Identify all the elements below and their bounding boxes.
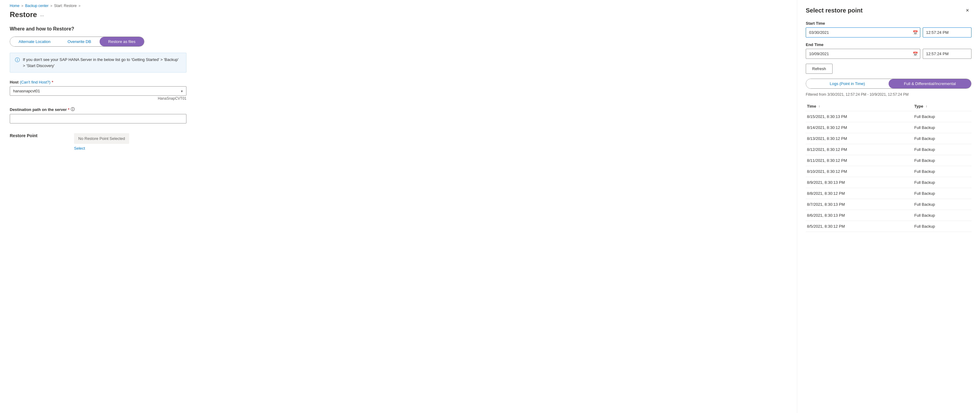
start-time-row: 📅 bbox=[806, 27, 972, 37]
breadcrumb-sep-3: > bbox=[79, 4, 80, 8]
info-icon: ⓘ bbox=[15, 57, 20, 64]
destination-required-star: * bbox=[68, 107, 70, 112]
cell-type: Full Backup bbox=[913, 188, 972, 199]
destination-label: Destination path on the server * ⓘ bbox=[10, 107, 186, 112]
cell-time: 8/8/2021, 8:30:12 PM bbox=[806, 188, 913, 199]
start-date-wrapper: 📅 bbox=[806, 27, 920, 37]
host-select[interactable]: hanasnapcvt01 bbox=[10, 86, 186, 96]
cell-type: Full Backup bbox=[913, 166, 972, 177]
table-row[interactable]: 8/11/2021, 8:30:12 PMFull Backup bbox=[806, 155, 972, 166]
th-type[interactable]: Type ↕ bbox=[913, 102, 972, 111]
cell-time: 8/10/2021, 8:30:12 PM bbox=[806, 166, 913, 177]
table-row[interactable]: 8/8/2021, 8:30:12 PMFull Backup bbox=[806, 188, 972, 199]
cell-time: 8/12/2021, 8:30:12 PM bbox=[806, 144, 913, 155]
end-time-row: 📅 bbox=[806, 49, 972, 59]
end-time-label: End Time bbox=[806, 42, 972, 47]
host-label: Host (Can't find Host?) * bbox=[10, 80, 186, 85]
start-time-label: Start Time bbox=[806, 21, 972, 26]
cell-type: Full Backup bbox=[913, 111, 972, 122]
breadcrumb-home[interactable]: Home bbox=[10, 4, 19, 8]
log-type-toggle: Logs (Point in Time) Full & Differential… bbox=[806, 79, 972, 89]
breadcrumb-sep-1: > bbox=[21, 4, 23, 8]
info-box: ⓘ If you don't see your SAP HANA Server … bbox=[10, 53, 186, 73]
cell-time: 8/5/2021, 8:30:12 PM bbox=[806, 221, 913, 232]
cell-type: Full Backup bbox=[913, 122, 972, 133]
select-restore-point-link[interactable]: Select bbox=[74, 146, 85, 151]
breadcrumb: Home > Backup center > Start: Restore > bbox=[10, 0, 787, 10]
host-hint: HanaSnapCVT01 bbox=[10, 96, 186, 100]
host-field-group: Host (Can't find Host?) * hanasnapcvt01 … bbox=[10, 80, 186, 100]
start-date-input[interactable] bbox=[806, 27, 920, 37]
end-date-input[interactable] bbox=[806, 49, 920, 59]
tab-overwrite-db[interactable]: Overwrite DB bbox=[59, 37, 100, 46]
tab-alternate-location[interactable]: Alternate Location bbox=[10, 37, 59, 46]
table-row[interactable]: 8/10/2021, 8:30:12 PMFull Backup bbox=[806, 166, 972, 177]
restore-point-section: Restore Point No Restore Point Selected … bbox=[10, 133, 186, 151]
right-panel: Select restore point × Start Time 📅 End … bbox=[797, 0, 980, 413]
filter-text: Filtered from 3/30/2021, 12:57:24 PM - 1… bbox=[806, 92, 972, 97]
destination-input[interactable] bbox=[10, 114, 186, 123]
cell-type: Full Backup bbox=[913, 177, 972, 188]
cell-time: 8/15/2021, 8:30:13 PM bbox=[806, 111, 913, 122]
cell-type: Full Backup bbox=[913, 199, 972, 210]
type-sort-icon: ↕ bbox=[926, 105, 927, 108]
breadcrumb-backup-center[interactable]: Backup center bbox=[25, 4, 48, 8]
cell-time: 8/13/2021, 8:30:12 PM bbox=[806, 133, 913, 144]
breadcrumb-start-restore: Start: Restore bbox=[54, 4, 77, 8]
cell-time: 8/7/2021, 8:30:13 PM bbox=[806, 199, 913, 210]
restore-point-label: Restore Point bbox=[10, 133, 37, 138]
end-time-input[interactable] bbox=[923, 49, 972, 59]
table-row[interactable]: 8/9/2021, 8:30:13 PMFull Backup bbox=[806, 177, 972, 188]
section-title: Where and how to Restore? bbox=[10, 26, 787, 32]
right-panel-header: Select restore point × bbox=[806, 6, 972, 15]
host-select-wrapper: hanasnapcvt01 ▼ bbox=[10, 86, 186, 96]
page-title-row: Restore ... bbox=[10, 10, 787, 19]
destination-field-group: Destination path on the server * ⓘ bbox=[10, 107, 186, 123]
cell-type: Full Backup bbox=[913, 144, 972, 155]
page-title: Restore bbox=[10, 10, 37, 19]
table-row[interactable]: 8/13/2021, 8:30:12 PMFull Backup bbox=[806, 133, 972, 144]
cant-find-host-link[interactable]: (Can't find Host?) bbox=[20, 80, 51, 85]
start-time-input[interactable] bbox=[923, 27, 972, 37]
restore-type-tabs: Alternate Location Overwrite DB Restore … bbox=[10, 37, 145, 47]
breadcrumb-sep-2: > bbox=[50, 4, 52, 8]
table-row[interactable]: 8/14/2021, 8:30:12 PMFull Backup bbox=[806, 122, 972, 133]
table-row[interactable]: 8/5/2021, 8:30:12 PMFull Backup bbox=[806, 221, 972, 232]
refresh-button[interactable]: Refresh bbox=[806, 64, 832, 74]
restore-points-table: Time ↕ Type ↕ 8/15/2021, 8:30:13 PMFull … bbox=[806, 102, 972, 232]
start-time-section: Start Time 📅 bbox=[806, 21, 972, 37]
cell-time: 8/9/2021, 8:30:13 PM bbox=[806, 177, 913, 188]
table-header-row: Time ↕ Type ↕ bbox=[806, 102, 972, 111]
info-text: If you don't see your SAP HANA Server in… bbox=[23, 57, 181, 69]
host-required-star: * bbox=[52, 80, 53, 85]
destination-help-icon[interactable]: ⓘ bbox=[71, 107, 75, 112]
cell-type: Full Backup bbox=[913, 133, 972, 144]
end-time-section: End Time 📅 bbox=[806, 42, 972, 59]
panel-title: Select restore point bbox=[806, 7, 863, 14]
close-button[interactable]: × bbox=[963, 6, 972, 15]
table-row[interactable]: 8/6/2021, 8:30:13 PMFull Backup bbox=[806, 210, 972, 221]
table-row[interactable]: 8/15/2021, 8:30:13 PMFull Backup bbox=[806, 111, 972, 122]
tab-restore-as-files[interactable]: Restore as files bbox=[100, 37, 144, 46]
toggle-logs[interactable]: Logs (Point in Time) bbox=[806, 79, 889, 88]
end-date-wrapper: 📅 bbox=[806, 49, 920, 59]
cell-time: 8/11/2021, 8:30:12 PM bbox=[806, 155, 913, 166]
left-panel: Home > Backup center > Start: Restore > … bbox=[0, 0, 797, 413]
toggle-full[interactable]: Full & Differential/Incremental bbox=[889, 79, 971, 88]
table-row[interactable]: 8/12/2021, 8:30:12 PMFull Backup bbox=[806, 144, 972, 155]
cell-time: 8/6/2021, 8:30:13 PM bbox=[806, 210, 913, 221]
cell-time: 8/14/2021, 8:30:12 PM bbox=[806, 122, 913, 133]
th-time[interactable]: Time ↕ bbox=[806, 102, 913, 111]
cell-type: Full Backup bbox=[913, 155, 972, 166]
table-row[interactable]: 8/7/2021, 8:30:13 PMFull Backup bbox=[806, 199, 972, 210]
time-sort-icon: ↕ bbox=[819, 105, 820, 108]
cell-type: Full Backup bbox=[913, 210, 972, 221]
cell-type: Full Backup bbox=[913, 221, 972, 232]
page-title-ellipsis[interactable]: ... bbox=[40, 12, 44, 18]
restore-point-value: No Restore Point Selected bbox=[74, 133, 129, 144]
